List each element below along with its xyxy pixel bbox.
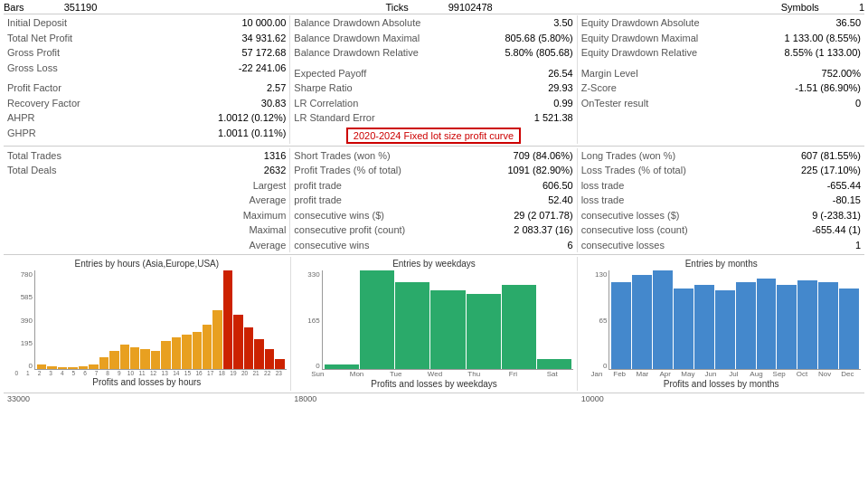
charts-section: Entries by hours (Asia,Europe,USA) 780 5… [4, 254, 864, 391]
bar [68, 367, 77, 369]
bar [325, 364, 359, 369]
bars-value: 351190 [64, 2, 98, 13]
bar [275, 359, 284, 369]
bar [182, 335, 191, 369]
symbols-label: Symbols [781, 2, 819, 13]
bar [120, 345, 129, 369]
bar [839, 289, 859, 369]
stats-col2: Balance Drawdown Absolute3.50 Balance Dr… [290, 15, 577, 144]
bar [47, 366, 56, 369]
bars-row: Bars 351190 [4, 2, 97, 13]
trades-col2: Short Trades (won %)709 (84.06%) Profit … [290, 148, 577, 253]
hours-chart-title: Entries by hours (Asia,Europe,USA) [7, 259, 287, 269]
highlight-text: 2020-2024 Fixed lot size profit curve [346, 128, 521, 144]
hours-pl-label: Profits and losses by hours [7, 377, 287, 387]
bar [265, 349, 274, 369]
bar [233, 315, 242, 369]
bar [653, 270, 673, 369]
bar [611, 282, 631, 369]
ticks-row: Ticks 99102478 [385, 2, 492, 13]
stats-col1: Initial Deposit10 000.00 Total Net Profi… [4, 15, 290, 144]
bar [37, 364, 46, 369]
bar [818, 282, 838, 369]
weekdays-chart: Entries by weekdays 330 165 0 SunMonTueW… [291, 257, 579, 391]
bar [674, 289, 693, 369]
stats-col3: Equity Drawdown Absolute36.50 Equity Dra… [578, 15, 864, 144]
trades-col1: Total Trades1316 Total Deals2632 Largest… [4, 148, 290, 253]
bar [360, 270, 394, 369]
bar [632, 275, 652, 369]
ticks-label: Ticks [385, 2, 408, 13]
bar [757, 279, 777, 369]
bar [797, 280, 817, 369]
bar [58, 367, 67, 369]
bar [212, 310, 222, 369]
ticks-value: 99102478 [448, 2, 493, 13]
bar [430, 290, 465, 369]
bar [715, 290, 735, 369]
bar [109, 351, 118, 369]
symbols-value: 1 [859, 2, 864, 13]
bar [193, 332, 202, 369]
bar [161, 341, 170, 369]
hours-chart: Entries by hours (Asia,Europe,USA) 780 5… [4, 257, 291, 391]
months-chart-title: Entries by months [581, 259, 861, 269]
bar [244, 327, 253, 369]
bar [140, 349, 149, 369]
bar [502, 285, 536, 369]
bar [467, 294, 501, 369]
bar [89, 364, 98, 369]
bar [694, 285, 714, 369]
bar [151, 351, 160, 369]
bars-label: Bars [4, 2, 24, 13]
bar [223, 270, 232, 369]
bar [79, 366, 88, 369]
bar [395, 282, 429, 369]
bar [172, 337, 181, 369]
months-pl-label: Profits and losses by months [581, 379, 861, 389]
symbols-row: Symbols 1 [781, 2, 864, 13]
bar [537, 359, 571, 369]
bar [130, 347, 139, 369]
bar [777, 285, 797, 369]
weekdays-chart-title: Entries by weekdays [295, 259, 574, 269]
bar [99, 357, 108, 369]
bar [736, 282, 756, 369]
weekdays-pl-label: Profits and losses by weekdays [295, 379, 574, 389]
trades-col3: Long Trades (won %)607 (81.55%) Loss Tra… [578, 148, 864, 253]
bar [203, 325, 212, 369]
bar [254, 339, 263, 369]
months-chart: Entries by months 130 65 0 JanFebMarAprM… [578, 257, 864, 391]
